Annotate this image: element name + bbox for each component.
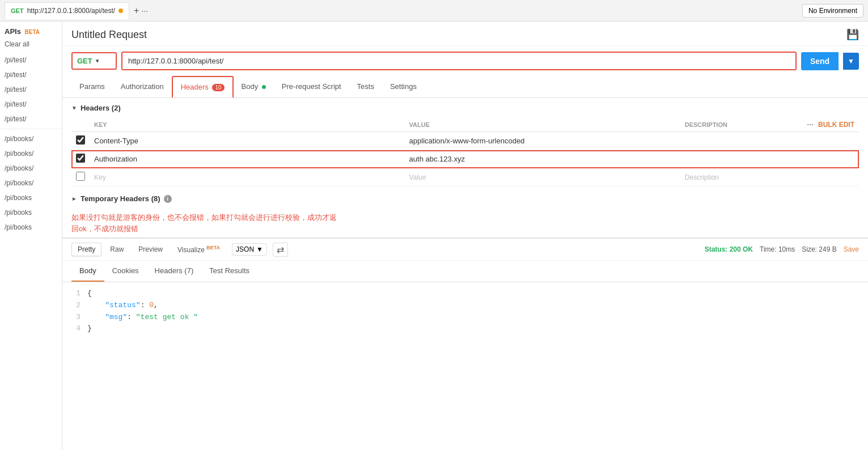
url-input-wrap — [121, 52, 797, 70]
headers-badge: 10 — [212, 84, 224, 91]
environment-selector[interactable]: No Environment — [802, 4, 863, 18]
response-tabs: Body Cookies Headers (7) Test Results — [62, 261, 868, 282]
headers-table-header-row: KEY VALUE DESCRIPTION ··· Bulk Edit — [71, 118, 859, 132]
response-section: Pretty Raw Preview Visualize BETA JSON ▼… — [62, 237, 868, 450]
tab-method: GET — [11, 7, 24, 14]
placeholder-check-cell — [71, 168, 90, 186]
tab-headers[interactable]: Headers 10 — [172, 76, 234, 98]
sidebar-item-2[interactable]: /pi/test/ — [0, 82, 62, 97]
line-num-2: 2 — [71, 300, 81, 312]
th-value: VALUE — [405, 118, 680, 132]
response-body: 1 { 2 "status": 0, 3 "msg": "test get ok… — [62, 282, 868, 450]
bulk-edit-button[interactable]: Bulk Edit — [818, 121, 854, 129]
line-content-2: "status": 0, — [87, 300, 158, 312]
row2-check-cell — [71, 150, 90, 168]
tab-settings[interactable]: Settings — [382, 77, 425, 97]
tab-prerequest[interactable]: Pre-request Script — [274, 77, 349, 97]
headers-table: KEY VALUE DESCRIPTION ··· Bulk Edit — [71, 118, 859, 186]
tab-authorization[interactable]: Authorization — [113, 77, 172, 97]
content-area: Untitled Request 💾 GET ▼ Send ▼ Params A… — [62, 22, 868, 450]
send-button[interactable]: Send — [801, 52, 839, 70]
placeholder-desc-cell: Description — [680, 168, 859, 186]
sidebar-items: /pi/test/ /pi/test/ /pi/test/ /pi/test/ … — [0, 53, 62, 450]
url-bar: GET ▼ Send ▼ — [62, 46, 868, 76]
table-row-placeholder: Key Value Description — [71, 168, 859, 186]
method-text: GET — [77, 57, 92, 65]
th-key: KEY — [90, 118, 405, 132]
sidebar-item-0[interactable]: /pi/test/ — [0, 53, 62, 67]
sidebar-item-7[interactable]: /pi/books/ — [0, 161, 62, 176]
json-type-selector[interactable]: JSON ▼ — [232, 243, 267, 256]
json-value-msg: "test get ok " — [136, 313, 198, 321]
response-status: Status: 200 OK Time: 10ms Size: 249 B Sa… — [705, 245, 859, 253]
visualize-beta-badge: BETA — [206, 245, 220, 251]
row1-check-cell — [71, 132, 90, 150]
tab-more-button[interactable]: ··· — [141, 6, 148, 15]
tab-status-dot — [118, 9, 123, 13]
temp-headers-toggle[interactable]: ► Temporary Headers (8) i — [71, 194, 859, 203]
temporary-headers-section: ► Temporary Headers (8) i — [62, 192, 868, 209]
sidebar-item-4[interactable]: /pi/test/ — [0, 112, 62, 126]
sidebar-item-8[interactable]: /pi/books/ — [0, 176, 62, 190]
url-input[interactable] — [122, 53, 795, 69]
json-dropdown-arrow: ▼ — [256, 245, 263, 253]
response-tab-headers[interactable]: Headers (7) — [147, 261, 202, 282]
apis-label: APIs BETA — [5, 27, 40, 36]
row1-checkbox[interactable] — [76, 135, 85, 145]
annotation-text: 如果没打勾就是游客的身份，也不会报错，如果打勾就会进行进行校验，成功才返 回ok… — [62, 209, 868, 237]
format-visualize-button[interactable]: Visualize BETA — [171, 242, 226, 257]
row1-value-cell: application/x-www-form-urlencoded — [405, 132, 680, 150]
response-size: Size: 249 B — [802, 245, 836, 253]
format-pretty-button[interactable]: Pretty — [71, 243, 101, 256]
format-bar: Pretty Raw Preview Visualize BETA JSON ▼… — [62, 239, 868, 261]
sidebar-header: APIs BETA — [0, 22, 62, 39]
row2-desc-cell — [680, 150, 859, 168]
body-dot — [262, 85, 266, 89]
info-icon[interactable]: i — [164, 195, 172, 203]
placeholder-checkbox[interactable] — [76, 172, 85, 181]
row2-checkbox[interactable] — [76, 154, 85, 163]
main-layout: APIs BETA Clear all /pi/test/ /pi/test/ … — [0, 22, 868, 450]
sidebar-item-1[interactable]: /pi/test/ — [0, 67, 62, 82]
json-value-status: 0 — [149, 301, 154, 309]
row2-value-cell: auth abc.123.xyz — [405, 150, 680, 168]
tab-body[interactable]: Body — [234, 77, 274, 97]
clear-all-button[interactable]: Clear all — [0, 39, 62, 53]
json-key-status: "status" — [105, 301, 140, 309]
line-content-4: } — [87, 323, 92, 335]
sidebar-item-3[interactable]: /pi/test/ — [0, 97, 62, 112]
temp-chevron: ► — [71, 196, 77, 202]
request-tabs: Params Authorization Headers 10 Body Pre… — [62, 76, 868, 98]
line-content-1: { — [87, 288, 92, 300]
save-icon[interactable]: 💾 — [846, 28, 859, 41]
tab-tests[interactable]: Tests — [349, 77, 382, 97]
method-selector[interactable]: GET ▼ — [71, 52, 117, 70]
tab-params[interactable]: Params — [71, 77, 113, 97]
response-code-block: 1 { 2 "status": 0, 3 "msg": "test get ok… — [62, 282, 868, 341]
sidebar-divider — [0, 129, 62, 129]
json-key-msg: "msg" — [105, 313, 127, 321]
wrap-button[interactable]: ⇄ — [273, 243, 288, 257]
format-preview-button[interactable]: Preview — [132, 243, 169, 256]
request-tab[interactable]: GET http://127.0.0.1:8000/api/test/ — [5, 2, 129, 19]
apis-beta-badge: BETA — [25, 29, 40, 35]
headers-more-button[interactable]: ··· — [807, 120, 814, 129]
save-response-button[interactable]: Save — [844, 245, 859, 253]
new-tab-button[interactable]: + — [134, 6, 139, 16]
send-dropdown-button[interactable]: ▼ — [843, 53, 859, 70]
sidebar-item-6[interactable]: /pi/books/ — [0, 146, 62, 161]
sidebar-item-10[interactable]: /pi/books — [0, 205, 62, 220]
row1-desc-cell — [680, 132, 859, 150]
format-raw-button[interactable]: Raw — [104, 243, 130, 256]
tab-bar: GET http://127.0.0.1:8000/api/test/ + ··… — [0, 0, 868, 22]
response-tab-test-results[interactable]: Test Results — [201, 261, 257, 282]
response-tab-body[interactable]: Body — [71, 261, 104, 282]
headers-chevron: ▼ — [71, 105, 77, 111]
code-line-3: 3 "msg": "test get ok " — [71, 312, 859, 324]
headers-section-header[interactable]: ▼ Headers (2) — [71, 104, 859, 112]
response-tab-cookies[interactable]: Cookies — [104, 261, 147, 282]
sidebar-item-11[interactable]: /pi/books — [0, 220, 62, 235]
sidebar-item-5[interactable]: /pi/books/ — [0, 131, 62, 146]
code-line-2: 2 "status": 0, — [71, 300, 859, 312]
sidebar-item-9[interactable]: /pi/books — [0, 190, 62, 205]
